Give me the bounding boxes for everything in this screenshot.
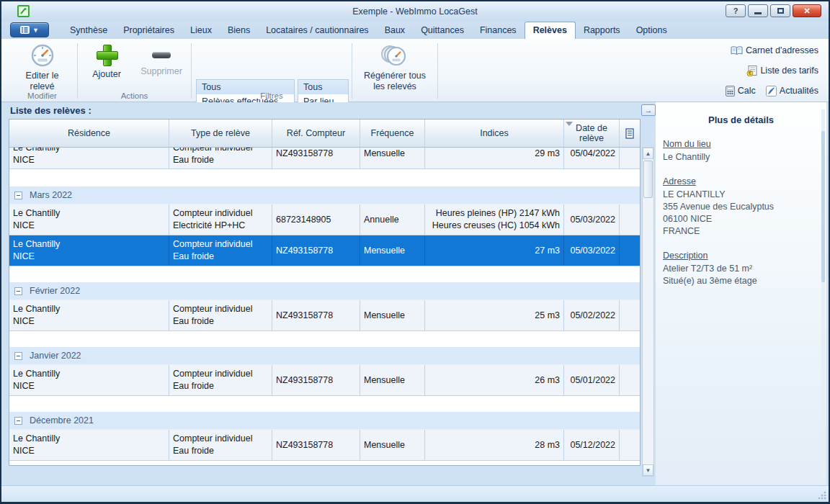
application-menu-button[interactable]: ▼ [10, 22, 49, 37]
column-header-residence[interactable]: Résidence [9, 120, 169, 147]
column-header-ref[interactable]: Réf. Compteur [272, 120, 360, 147]
window-title: Exemple - WebImmo LocaGest [1, 6, 829, 17]
news-link[interactable]: Actualités [766, 86, 818, 96]
readings-table: Résidence Type de relève Réf. Compteur F… [9, 119, 641, 466]
tab-biens[interactable]: Biens [220, 23, 258, 39]
address-line: 355 Avenue des Eucalyptus [663, 201, 826, 213]
address-line: 06100 NICE [663, 213, 826, 225]
column-header-indices[interactable]: Indices [425, 120, 564, 147]
panel-scrollbar-thumb[interactable] [821, 131, 825, 282]
column-header-date[interactable]: Date derelève [564, 120, 620, 147]
tab-bar: Synthèse Propriétaires Lieux Biens Locat… [62, 22, 675, 39]
minimize-icon [754, 12, 762, 14]
status-bar [1, 485, 829, 502]
table-row[interactable]: Le ChantillyNICE Compteur individuelEau … [9, 148, 640, 169]
description-line: Atelier T2/T3 de 51 m² [663, 263, 826, 275]
panel-toggle-button[interactable]: → [641, 104, 656, 116]
tab-releves[interactable]: Relèves [525, 22, 576, 39]
delete-button[interactable]: Supprimer [135, 45, 187, 77]
collapse-icon[interactable] [14, 287, 22, 295]
table-row[interactable]: Le ChantillyNICE Compteur individuelEau … [9, 365, 640, 396]
calc-link[interactable]: Calc [726, 86, 756, 96]
minimize-button[interactable] [748, 4, 768, 17]
ribbon-group-regenerer: Régénérer tous les relevés [352, 39, 437, 102]
gauge-icon [30, 43, 55, 68]
tab-lieux[interactable]: Lieux [182, 23, 220, 39]
sort-descending-icon [566, 122, 573, 126]
collapse-icon[interactable] [14, 352, 22, 360]
address-book-link[interactable]: Carnet d'adresses [731, 45, 818, 55]
group-header-janvier-2022[interactable]: Janvier 2022 [9, 347, 640, 365]
tab-rapports[interactable]: Rapports [576, 23, 628, 39]
address-label: Adresse [663, 176, 826, 188]
tariff-list-link[interactable]: € Liste des tarifs [746, 66, 818, 76]
table-header: Résidence Type de relève Réf. Compteur F… [9, 120, 640, 148]
menu-list-icon [20, 26, 30, 34]
collapse-icon[interactable] [14, 417, 22, 425]
table-row[interactable]: Le ChantillyNICE Compteur individuelEau … [9, 300, 640, 331]
address-book-icon [731, 46, 743, 55]
collapse-icon[interactable] [14, 192, 22, 199]
scroll-up-button[interactable]: ▲ [643, 148, 653, 159]
plus-icon [97, 45, 117, 65]
column-header-type[interactable]: Type de relève [169, 120, 272, 147]
description-label: Description [663, 250, 826, 262]
place-name-value: Le Chantilly [663, 151, 826, 163]
tab-synthese[interactable]: Synthèse [62, 23, 115, 39]
maximize-button[interactable] [770, 4, 790, 17]
list-caption: Liste des relèves : [10, 105, 92, 116]
tab-baux[interactable]: Baux [377, 23, 414, 39]
app-window: Exemple - WebImmo LocaGest ? ✕ ▼ Synthès… [0, 0, 830, 504]
scroll-down-button[interactable]: ▼ [643, 464, 653, 476]
svg-text:€: € [749, 71, 751, 76]
tab-locataires[interactable]: Locataires / cautionnaires [258, 23, 376, 39]
tariff-list-icon: € [746, 66, 757, 76]
ribbon-separator [437, 43, 438, 99]
place-name-label: Nom du lieu [663, 138, 826, 150]
group-label-actions: Actions [78, 91, 191, 100]
chevron-down-icon: ▼ [32, 27, 39, 34]
table-row[interactable]: Le ChantillyNICE Compteur individuelElec… [9, 204, 640, 235]
tab-proprietaires[interactable]: Propriétaires [115, 23, 182, 39]
window-controls: ? ✕ [726, 4, 821, 17]
edit-reading-button[interactable]: Editer le relevé [7, 43, 77, 92]
title-bar: Exemple - WebImmo LocaGest ? ✕ [1, 1, 829, 22]
field-chooser-icon [625, 128, 634, 139]
main-content: Liste des relèves : → Résidence Type de … [1, 102, 829, 485]
table-scrollbar[interactable]: ▲ ▼ [642, 147, 654, 477]
quill-icon [766, 86, 777, 96]
details-panel: Plus de détails Nom du lieu Le Chantilly… [656, 102, 826, 485]
address-line: FRANCE [663, 225, 826, 238]
group-header-mars-2022[interactable]: Mars 2022 [9, 186, 640, 204]
column-chooser-button[interactable] [620, 120, 640, 147]
calculator-icon [726, 86, 735, 96]
resize-grip[interactable] [818, 491, 826, 500]
add-button[interactable]: Ajouter [84, 45, 130, 80]
details-title: Plus de détails [656, 114, 826, 125]
group-label-filtres: Filtres [192, 91, 352, 100]
tab-finances[interactable]: Finances [472, 23, 525, 39]
ribbon: Editer le relevé Modifier Ajouter Suppri… [1, 39, 829, 102]
gauges-stack-icon [379, 43, 411, 68]
tab-quittances[interactable]: Quittances [413, 23, 472, 39]
minus-icon [152, 52, 171, 58]
group-label-modifier: Modifier [7, 91, 77, 100]
group-header-fevrier-2022[interactable]: Février 2022 [9, 282, 640, 300]
address-line: LE CHANTILLY [663, 189, 826, 201]
help-button[interactable]: ? [726, 4, 746, 17]
description-line: Situé(e) au 3ème étage [663, 275, 826, 287]
ribbon-group-filtres: Tous Relèves effectuées Relèves en atten… [192, 39, 352, 102]
group-header-decembre-2021[interactable]: Décembre 2021 [9, 412, 640, 430]
close-button[interactable]: ✕ [793, 4, 821, 17]
panel-scrollbar[interactable] [821, 109, 825, 478]
tab-options[interactable]: Options [628, 23, 675, 39]
maximize-icon [777, 8, 784, 14]
menu-tab-strip: ▼ Synthèse Propriétaires Lieux Biens Loc… [1, 22, 829, 39]
scrollbar-thumb[interactable] [643, 161, 653, 198]
ribbon-group-actions: Ajouter Supprimer Actions [78, 39, 191, 102]
table-row-selected[interactable]: Le ChantillyNICE Compteur individuelEau … [9, 235, 640, 266]
ribbon-quick-links: Carnet d'adresses € Liste des tarifs Cal… [710, 43, 818, 104]
table-row[interactable]: Le ChantillyNICE Compteur individuelEau … [9, 430, 640, 461]
regenerate-readings-button[interactable]: Régénérer tous les relevés [352, 43, 437, 92]
column-header-frequency[interactable]: Fréquence [360, 120, 425, 147]
